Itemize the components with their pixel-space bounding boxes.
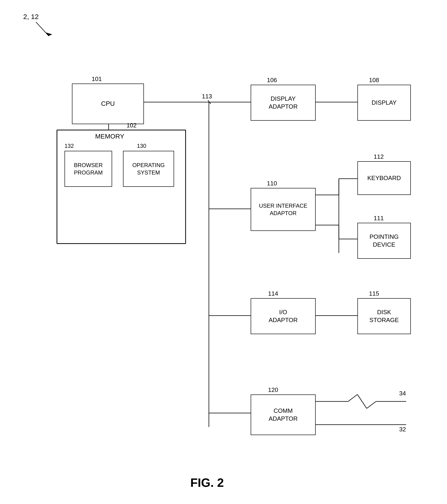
browser-ref: 132 xyxy=(65,143,74,149)
svg-line-25 xyxy=(348,395,357,401)
keyboard-label: KEYBOARD xyxy=(367,174,401,182)
pointing-device-box: POINTINGDEVICE xyxy=(357,223,411,259)
memory-label: MEMORY xyxy=(95,133,124,140)
cpu-box: CPU xyxy=(72,84,144,124)
net1-label: 34 xyxy=(399,390,406,397)
display-adaptor-label: DISPLAYADAPTOR xyxy=(269,95,298,111)
cpu-label: CPU xyxy=(101,100,115,108)
disk-storage-ref: 115 xyxy=(369,290,379,297)
browser-box: BROWSERPROGRAM xyxy=(65,151,112,187)
ui-adaptor-box: USER INTERFACEADAPTOR xyxy=(251,188,316,231)
io-adaptor-box: I/OADAPTOR xyxy=(251,298,316,334)
display-label: DISPLAY xyxy=(372,99,397,107)
memory-box xyxy=(57,130,186,244)
comm-adaptor-label: COMMADAPTOR xyxy=(269,407,298,423)
pointing-device-ref: 111 xyxy=(374,215,384,222)
net2-label: 32 xyxy=(399,426,406,433)
ui-adaptor-ref: 110 xyxy=(267,180,277,187)
os-box: OPERATINGSYSTEM xyxy=(123,151,174,187)
io-adaptor-label: I/OADAPTOR xyxy=(269,308,298,324)
corner-reference-label: 2, 12 xyxy=(23,13,39,21)
keyboard-box: KEYBOARD xyxy=(357,161,411,195)
comm-adaptor-box: COMMADAPTOR xyxy=(251,395,316,435)
os-ref: 130 xyxy=(137,143,146,149)
memory-ref: 102 xyxy=(127,122,136,129)
svg-line-26 xyxy=(357,395,367,408)
pointing-device-label: POINTINGDEVICE xyxy=(370,233,399,249)
keyboard-ref: 112 xyxy=(374,153,384,160)
svg-line-27 xyxy=(367,401,376,408)
disk-storage-label: DISKSTORAGE xyxy=(370,308,399,324)
os-label: OPERATINGSYSTEM xyxy=(132,162,165,176)
display-box: DISPLAY xyxy=(357,85,411,121)
disk-storage-box: DISKSTORAGE xyxy=(357,298,411,334)
comm-adaptor-ref: 120 xyxy=(268,386,278,394)
browser-label: BROWSERPROGRAM xyxy=(74,162,103,176)
cpu-ref: 101 xyxy=(92,75,102,83)
figure-label: FIG. 2 xyxy=(190,476,224,490)
display-ref: 108 xyxy=(369,77,379,84)
display-adaptor-box: DISPLAYADAPTOR xyxy=(251,85,316,121)
io-adaptor-ref: 114 xyxy=(268,290,278,297)
bus-label: 113 xyxy=(202,93,212,100)
ui-adaptor-label: USER INTERFACEADAPTOR xyxy=(259,202,307,216)
display-adaptor-ref: 106 xyxy=(267,77,277,84)
svg-line-0 xyxy=(36,22,49,36)
